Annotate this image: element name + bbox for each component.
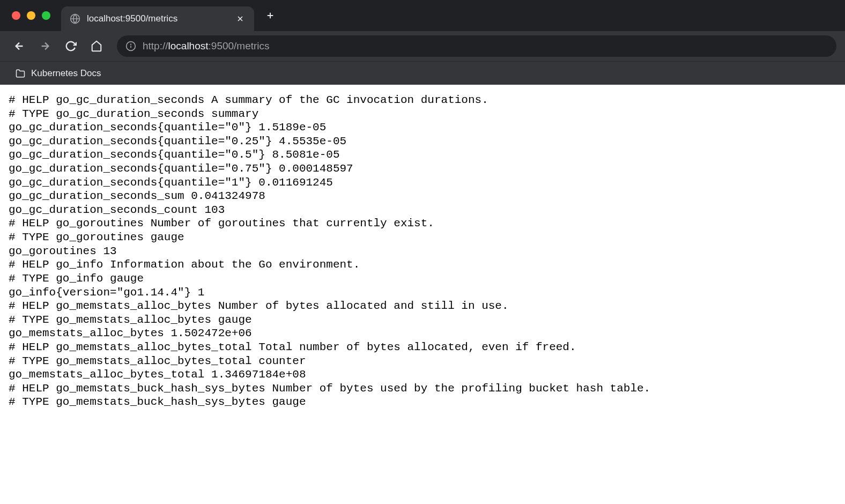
- url-path: :9500/metrics: [209, 40, 270, 51]
- metrics-output: # HELP go_gc_duration_seconds A summary …: [0, 85, 845, 418]
- svg-point-2: [131, 44, 131, 45]
- bookmarks-bar: Kubernetes Docs: [0, 61, 845, 85]
- forward-button[interactable]: [34, 35, 56, 57]
- reload-button[interactable]: [60, 35, 81, 57]
- browser-chrome: localhost:9500/metrics: [0, 0, 845, 85]
- toolbar: http://localhost:9500/metrics: [0, 31, 845, 61]
- tab-title: localhost:9500/metrics: [87, 13, 228, 24]
- folder-icon: [15, 69, 26, 78]
- window-close-button[interactable]: [12, 11, 20, 20]
- browser-tab[interactable]: localhost:9500/metrics: [61, 6, 254, 31]
- home-button[interactable]: [86, 35, 107, 57]
- address-bar[interactable]: http://localhost:9500/metrics: [117, 35, 836, 57]
- globe-icon: [70, 13, 80, 24]
- url-display: http://localhost:9500/metrics: [143, 40, 270, 52]
- new-tab-button[interactable]: [261, 6, 280, 25]
- back-button[interactable]: [9, 35, 30, 57]
- window-maximize-button[interactable]: [42, 11, 50, 20]
- tab-bar: localhost:9500/metrics: [0, 0, 845, 31]
- window-minimize-button[interactable]: [27, 11, 35, 20]
- url-scheme: http://: [143, 40, 168, 51]
- bookmark-label: Kubernetes Docs: [31, 68, 101, 79]
- bookmark-kubernetes-docs[interactable]: Kubernetes Docs: [11, 66, 105, 81]
- info-icon[interactable]: [125, 41, 136, 51]
- close-icon[interactable]: [235, 13, 246, 24]
- window-controls: [0, 11, 61, 20]
- url-host: localhost: [168, 40, 209, 51]
